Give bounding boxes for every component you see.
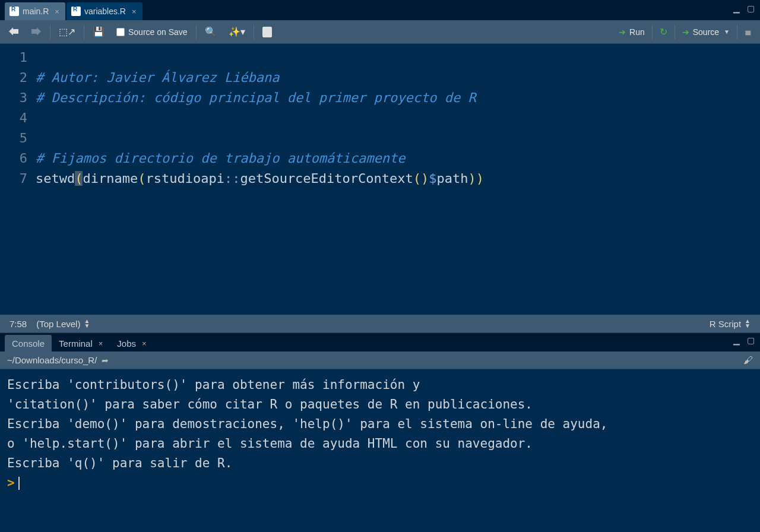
chevron-down-icon: ▼ (724, 28, 730, 35)
clear-console-icon[interactable]: 🖌 (743, 355, 753, 366)
separator (196, 25, 197, 39)
nav-forward-button[interactable]: 🡆 (27, 24, 45, 40)
tab-label: Jobs (117, 338, 136, 349)
goto-dir-icon[interactable]: ➦ (102, 356, 109, 365)
language-label: R Script (710, 319, 741, 329)
panel-window-controls: ▁ ▢ (732, 337, 755, 344)
compile-report-button[interactable] (259, 24, 276, 40)
show-in-window-button[interactable]: ⬚↗ (55, 24, 79, 40)
outline-button[interactable]: ≣ (741, 24, 755, 40)
separator (737, 25, 737, 39)
code-line: # Fijamos directorio de trabajo automáti… (36, 148, 760, 169)
run-button[interactable]: ➔ Run (615, 24, 648, 40)
r-file-icon (10, 7, 19, 16)
separator (674, 25, 675, 39)
maximize-icon[interactable]: ▢ (746, 5, 755, 12)
separator (254, 25, 254, 39)
editor-status-bar: 7:58 (Top Level) ▲▼ R Script ▲▼ (0, 315, 760, 332)
toolbar-right: ➔ Run ↻ ➔ Source ▼ ≣ (615, 24, 755, 40)
console-line: Escriba 'q()' para salir de R. (7, 454, 753, 473)
editor-tab-variables[interactable]: variables.R × (66, 2, 142, 20)
console-line: Escriba 'contributors()' para obtener má… (7, 375, 753, 395)
code-line (36, 48, 760, 68)
prompt-char: > (7, 476, 15, 490)
separator (84, 25, 84, 39)
console-line: Escriba 'demo()' para demostraciones, 'h… (7, 414, 753, 434)
save-button[interactable]: 💾 (89, 24, 108, 40)
console-tab[interactable]: Console (5, 335, 52, 352)
scope-label: (Top Level) (36, 319, 80, 329)
maximize-icon[interactable]: ▢ (746, 337, 755, 344)
line-gutter: 1234567 (0, 44, 36, 315)
refresh-icon: ↻ (660, 26, 667, 37)
code-line (36, 128, 760, 148)
run-label: Run (629, 27, 645, 37)
jobs-tab[interactable]: Jobs × (110, 335, 153, 352)
scope-selector[interactable]: (Top Level) ▲▼ (36, 319, 90, 329)
cursor-position: 7:58 (10, 319, 27, 329)
terminal-tab[interactable]: Terminal × (52, 335, 110, 352)
find-button[interactable]: 🔍 (201, 24, 220, 40)
code-area[interactable]: # Autor: Javier Álvarez Liébana # Descri… (36, 44, 760, 315)
console-path-bar: ~/Downloads/curso_R/ ➦ 🖌 (0, 352, 760, 369)
source-button[interactable]: ➔ Source ▼ (679, 24, 733, 40)
close-icon[interactable]: × (99, 339, 103, 348)
minimize-icon[interactable]: ▁ (732, 5, 741, 12)
code-line (36, 108, 760, 128)
code-line: # Descripción: código principal del prim… (36, 88, 760, 108)
cursor (18, 477, 20, 490)
language-selector[interactable]: R Script ▲▼ (710, 319, 750, 329)
updown-icon: ▲▼ (745, 319, 750, 328)
console-prompt-line[interactable]: > (7, 473, 753, 493)
tab-label: main.R (23, 7, 49, 16)
working-dir-label: ~/Downloads/curso_R/ (7, 355, 97, 365)
document-icon (262, 27, 272, 37)
editor-tab-main[interactable]: main.R × (5, 2, 65, 20)
console-line: o 'help.start()' para abrir el sistema d… (7, 434, 753, 454)
code-line: # Autor: Javier Álvarez Liébana (36, 68, 760, 88)
checkbox-icon (116, 28, 125, 36)
tab-label: Console (12, 338, 45, 349)
close-icon[interactable]: × (132, 7, 137, 16)
code-tools-button[interactable]: ✨▾ (225, 24, 249, 40)
code-editor[interactable]: 1234567 # Autor: Javier Álvarez Liébana … (0, 44, 760, 315)
run-arrow-icon: ➔ (619, 27, 626, 37)
editor-tab-bar: main.R × variables.R × ▁ ▢ (0, 0, 760, 20)
close-icon[interactable]: × (55, 7, 59, 16)
source-on-save-checkbox[interactable]: Source on Save (113, 24, 191, 40)
minimize-icon[interactable]: ▁ (732, 337, 741, 344)
separator (652, 25, 653, 39)
tab-label: variables.R (84, 7, 126, 16)
source-on-save-label: Source on Save (128, 27, 188, 37)
console-tab-bar: Console Terminal × Jobs × ▁ ▢ (0, 332, 760, 352)
separator (50, 25, 50, 39)
rerun-button[interactable]: ↻ (656, 24, 671, 40)
console-output[interactable]: Escriba 'contributors()' para obtener má… (0, 369, 760, 532)
editor-toolbar: 🡄 🡆 ⬚↗ 💾 Source on Save 🔍 ✨▾ ➔ Run ↻ ➔ S… (0, 20, 760, 44)
code-line: setwd(dirname(rstudioapi::getSourceEdito… (36, 169, 760, 189)
close-icon[interactable]: × (142, 339, 147, 348)
source-arrow-icon: ➔ (682, 27, 689, 37)
updown-icon: ▲▼ (84, 319, 90, 328)
nav-back-button[interactable]: 🡄 (5, 24, 23, 40)
tab-label: Terminal (59, 338, 93, 349)
r-file-icon (71, 7, 81, 16)
console-line: 'citation()' para saber cómo citar R o p… (7, 395, 753, 414)
source-label: Source (693, 27, 719, 37)
window-controls: ▁ ▢ (732, 5, 755, 12)
